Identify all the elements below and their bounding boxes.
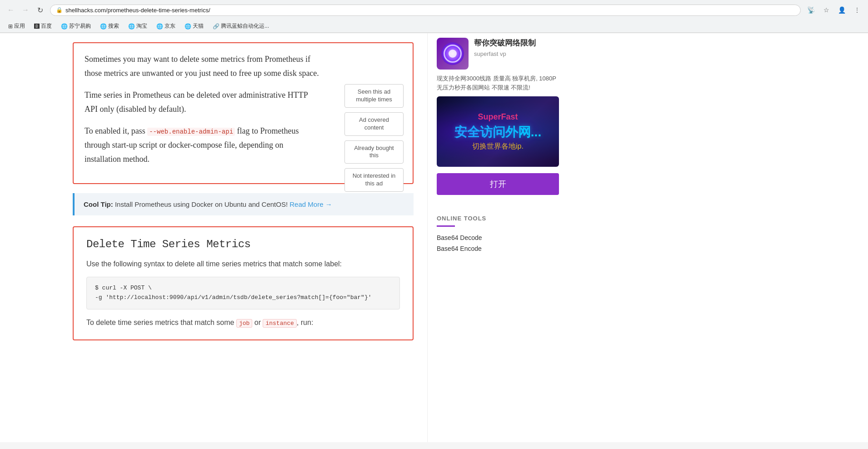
browser-toolbar: ← → ↻ 🔒 shellhacks.com/prometheus-delete… (0, 0, 868, 20)
ad-subtitle: superfast vp (474, 50, 559, 57)
baidu-icon: 🅱 (34, 23, 40, 30)
ad-title: 帮你突破网络限制 (474, 38, 559, 49)
tip-label: Cool Tip: (84, 200, 115, 208)
bookmark-label: 京东 (165, 22, 175, 30)
job-code: job (236, 319, 252, 328)
right-sidebar: 帮你突破网络限制 superfast vp 现支持全网3000线路 质量高 独享… (427, 33, 568, 442)
ad-top-section: 帮你突破网络限制 superfast vp 现支持全网3000线路 质量高 独享… (437, 38, 559, 206)
globe-icon: 🌐 (156, 23, 163, 30)
banner-brand-accent: Fast (501, 112, 518, 121)
bottom-text-suffix: , run: (297, 319, 313, 326)
ad-feedback-panel: Seen this ad multiple times Ad covered c… (344, 84, 404, 192)
bookmark-button[interactable]: ☆ (820, 4, 833, 16)
open-button[interactable]: 打开 (437, 173, 559, 195)
bookmark-baidu[interactable]: 🅱 百度 (30, 21, 55, 31)
bookmark-label: 天猫 (193, 22, 204, 30)
code-line-2: -g 'http://localhost:9090/api/v1/admin/t… (95, 293, 391, 303)
bookmark-label: 应用 (14, 22, 25, 30)
bookmark-tencent[interactable]: 🔗 腾讯蓝鲸自动化运... (209, 21, 273, 31)
read-more-link[interactable]: Read More → (289, 200, 332, 208)
article-paragraph-2: Time series in Prometheus can be deleted… (85, 88, 321, 116)
back-button[interactable]: ← (5, 4, 17, 16)
code-block: $ curl -X POST \ -g 'http://localhost:90… (86, 277, 400, 309)
bookmarks-bar: ⊞ 应用 🅱 百度 🌐 苏宁易购 🌐 搜索 🌐 淘宝 🌐 京东 🌐 天猫 🔗 (0, 20, 868, 33)
globe-icon: 🌐 (61, 23, 68, 30)
banner-brand-text: Super (478, 112, 501, 121)
cool-tip-box: Cool Tip: Install Prometheus using Docke… (73, 193, 414, 215)
browser-chrome: ← → ↻ 🔒 shellhacks.com/prometheus-delete… (0, 0, 868, 33)
link-icon: 🔗 (213, 23, 219, 30)
globe-icon: 🌐 (100, 23, 107, 30)
bookmark-apps[interactable]: ⊞ 应用 (5, 21, 29, 31)
bottom-text-or: or (252, 319, 263, 326)
page-layout: Sometimes you may want to delete some me… (0, 33, 868, 442)
ad-desc: 现支持全网3000线路 质量高 独享机房, 1080P无压力秒开各国网站 不限速… (437, 74, 559, 92)
tools-divider (437, 225, 455, 227)
ad-text-content: 帮你突破网络限制 superfast vp (474, 38, 559, 57)
online-tools-title: ONLINE TOOLS (437, 215, 559, 222)
apps-icon: ⊞ (8, 23, 13, 30)
bottom-text-prefix: To delete time series metrics that match… (86, 319, 236, 326)
para3-prefix: To enabled it, pass (85, 126, 147, 135)
online-tools-section: ONLINE TOOLS Base64 Decode Base64 Encode (437, 215, 559, 254)
article-paragraph-3: To enabled it, pass --web.enable-admin-a… (85, 124, 321, 166)
section-desc: Use the following syntax to delete all t… (86, 259, 400, 269)
bookmark-label: 腾讯蓝鲸自动化运... (221, 22, 269, 30)
bookmark-label: 苏宁易购 (69, 22, 91, 30)
cast-button[interactable]: 📡 (804, 4, 817, 16)
nav-buttons: ← → ↻ (5, 4, 46, 16)
globe-icon: 🌐 (128, 23, 135, 30)
bookmark-tmall[interactable]: 🌐 天猫 (181, 21, 207, 31)
ad-feedback-btn-covered[interactable]: Ad covered content (344, 112, 404, 136)
banner-brand: SuperFast (454, 112, 541, 122)
banner-ad: SuperFast 安全访问外网... 切换世界各地ip. (437, 96, 559, 167)
bookmark-taobao[interactable]: 🌐 淘宝 (125, 21, 151, 31)
menu-button[interactable]: ⋮ (851, 4, 863, 16)
banner-main-text: 安全访问外网... (454, 124, 541, 141)
url-text: shellhacks.com/prometheus-delete-time-se… (65, 7, 795, 14)
ad-card: 帮你突破网络限制 superfast vp (437, 38, 559, 70)
banner-sub-text: 切换世界各地ip. (454, 142, 541, 151)
bookmark-label: 搜索 (108, 22, 119, 30)
banner-content: SuperFast 安全访问外网... 切换世界各地ip. (454, 112, 541, 151)
ad-feedback-btn-seen[interactable]: Seen this ad multiple times (344, 84, 404, 108)
admin-api-code: --web.enable-admin-api (147, 128, 235, 136)
section-box: Delete Time Series Metrics Use the follo… (73, 226, 414, 340)
bookmark-label: 百度 (41, 22, 52, 30)
ad-logo (437, 38, 469, 70)
section-title: Delete Time Series Metrics (86, 238, 400, 250)
ad-logo-ring (444, 45, 462, 63)
ad-feedback-btn-notinterested[interactable]: Not interested in this ad (344, 168, 404, 192)
reload-button[interactable]: ↻ (34, 4, 46, 16)
article-box: Sometimes you may want to delete some me… (73, 42, 414, 184)
globe-icon: 🌐 (185, 23, 191, 30)
bookmark-suning[interactable]: 🌐 苏宁易购 (57, 21, 95, 31)
ad-feedback-btn-bought[interactable]: Already bought this (344, 140, 404, 164)
forward-button[interactable]: → (19, 4, 32, 16)
toolbar-icons: 📡 ☆ 👤 ⋮ (804, 4, 863, 16)
bookmark-jd[interactable]: 🌐 京东 (153, 21, 179, 31)
code-line-1: $ curl -X POST \ (95, 284, 391, 293)
article-paragraph-1: Sometimes you may want to delete some me… (85, 52, 321, 80)
article-text: Sometimes you may want to delete some me… (85, 52, 321, 166)
tip-text: Install Prometheus using Docker on Ubunt… (115, 200, 289, 208)
bookmark-search[interactable]: 🌐 搜索 (96, 21, 123, 31)
address-bar[interactable]: 🔒 shellhacks.com/prometheus-delete-time-… (50, 5, 801, 16)
lock-icon: 🔒 (56, 7, 63, 13)
tool-base64-decode[interactable]: Base64 Decode (437, 232, 559, 243)
main-content: Sometimes you may want to delete some me… (0, 33, 427, 442)
ad-logo-inner (441, 42, 464, 65)
instance-code: instance (263, 319, 296, 328)
bookmark-label: 淘宝 (136, 22, 147, 30)
tool-base64-encode[interactable]: Base64 Encode (437, 243, 559, 254)
bottom-text: To delete time series metrics that match… (86, 317, 400, 329)
profile-button[interactable]: 👤 (835, 4, 848, 16)
